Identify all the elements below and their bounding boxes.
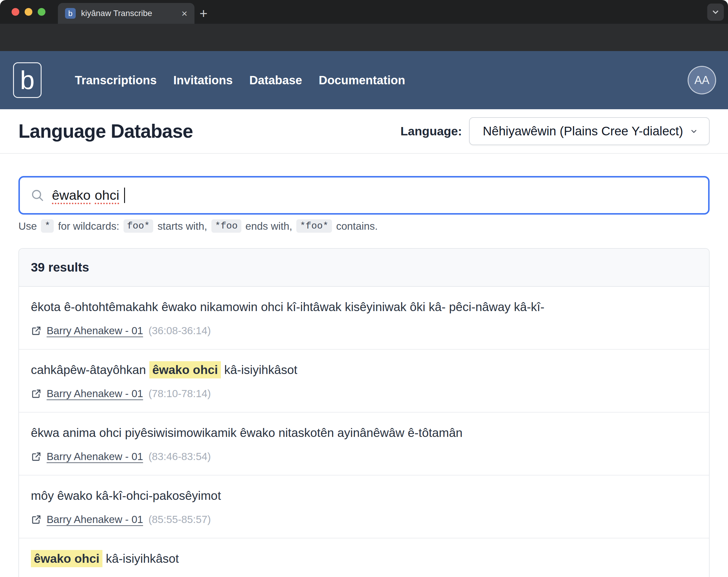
search-value: êwakoohci: [52, 188, 125, 203]
nav-item-database[interactable]: Database: [250, 74, 302, 87]
contains-code: *foo*: [296, 219, 332, 233]
language-label: Language:: [400, 124, 462, 138]
result-source-link[interactable]: Barry Ahenakew - 01: [47, 514, 143, 525]
ends-with-code: *foo: [211, 219, 241, 233]
result-text-segment: cahkâpêw-âtayôhkan: [31, 363, 149, 377]
app-logo[interactable]: b: [13, 62, 42, 98]
wildcard-star-code: *: [41, 219, 54, 233]
browser-tab-bar: b kiyânaw Transcribe × +: [0, 0, 728, 24]
result-text: êwako ohci kâ-isiyihkâsot: [31, 550, 697, 567]
select-chevron-icon: [689, 126, 699, 136]
result-meta: Barry Ahenakew - 01 (36:08-36:14): [31, 323, 697, 338]
highlighted-match: êwako ohci: [149, 361, 221, 378]
results-list: êkota ê-ohtohtêmakahk êwako nikamowin oh…: [19, 287, 709, 577]
result-text-segment: êkwa anima ohci piyêsiwisimowikamik êwak…: [31, 426, 463, 440]
new-tab-icon[interactable]: +: [200, 5, 208, 21]
result-text-segment: kâ-isiyihkâsot: [221, 363, 297, 377]
window-minimize-button[interactable]: [25, 8, 32, 16]
results-header: 39 results: [19, 249, 709, 287]
result-row: êkwa anima ohci piyêsiwisimowikamik êwak…: [19, 412, 709, 475]
hint-text: starts with,: [157, 220, 207, 232]
result-source-link[interactable]: Barry Ahenakew - 01: [47, 450, 143, 463]
result-meta: Barry Ahenakew - 01 (83:46-83:54): [31, 449, 697, 464]
chevron-down-icon: [711, 8, 720, 17]
text-caret: [124, 188, 125, 203]
result-timestamp: (78:10-78:14): [149, 388, 211, 399]
external-link-icon: [31, 515, 41, 525]
search-icon: [31, 188, 44, 202]
hint-text: Use: [19, 220, 37, 232]
search-input[interactable]: êwakoohci: [19, 176, 709, 215]
search-word: ohci: [95, 188, 119, 203]
external-link-icon: [31, 389, 41, 399]
user-avatar[interactable]: AA: [687, 66, 716, 95]
result-text-segment: êkota ê-ohtohtêmakahk êwako nikamowin oh…: [31, 300, 545, 314]
language-group: Language: Nêhiyawêwin (Plains Cree Y-dia…: [400, 117, 709, 145]
language-selected-value: Nêhiyawêwin (Plains Cree Y-dialect): [483, 124, 689, 138]
result-timestamp: (85:55-85:57): [149, 514, 211, 525]
site-favicon: b: [65, 8, 76, 19]
result-meta: Barry Ahenakew - 01 (78:12-78:14): [31, 575, 697, 577]
result-row: êkota ê-ohtohtêmakahk êwako nikamowin oh…: [19, 287, 709, 349]
page-title: Language Database: [19, 120, 193, 142]
hint-text: for wildcards:: [58, 220, 119, 232]
page-body: êwakoohci Use * for wildcards: foo* star…: [0, 154, 728, 577]
tab-close-icon[interactable]: ×: [181, 8, 187, 19]
nav-items: Transcriptions Invitations Database Docu…: [75, 51, 405, 109]
wildcard-hint: Use * for wildcards: foo* starts with, *…: [19, 219, 709, 233]
page-header: Language Database Language: Nêhiyawêwin …: [0, 109, 728, 154]
nav-item-transcriptions[interactable]: Transcriptions: [75, 74, 157, 87]
result-text-segment: môy êwako kâ-kî-ohci-pakosêyimot: [31, 489, 221, 502]
result-row: môy êwako kâ-kî-ohci-pakosêyimot Barry A…: [19, 475, 709, 538]
result-source-link[interactable]: Barry Ahenakew - 01: [47, 325, 143, 337]
highlighted-match: êwako ohci: [31, 550, 102, 567]
tab-search-button[interactable]: [707, 4, 724, 21]
result-text: êkota ê-ohtohtêmakahk êwako nikamowin oh…: [31, 298, 697, 315]
external-link-icon: [31, 325, 41, 336]
app-nav: b Transcriptions Invitations Database Do…: [0, 51, 728, 109]
browser-window: b kiyânaw Transcribe × + bundle.kiyanaw.…: [0, 0, 728, 577]
tab-title: kiyânaw Transcribe: [81, 8, 176, 18]
external-link-icon: [31, 451, 41, 462]
result-text: môy êwako kâ-kî-ohci-pakosêyimot: [31, 488, 697, 504]
result-timestamp: (83:46-83:54): [149, 450, 211, 463]
language-select[interactable]: Nêhiyawêwin (Plains Cree Y-dialect): [469, 117, 709, 145]
browser-toolbar: bundle.kiyanaw.net/database?q=êwako+ohci: [0, 24, 728, 51]
result-row: cahkâpêw-âtayôhkan êwako ohci kâ-isiyihk…: [19, 349, 709, 412]
search-word: êwako: [52, 188, 90, 203]
hint-text: contains.: [336, 220, 378, 232]
hint-text: ends with,: [245, 220, 292, 232]
nav-item-documentation[interactable]: Documentation: [319, 74, 405, 87]
result-text: cahkâpêw-âtayôhkan êwako ohci kâ-isiyihk…: [31, 362, 697, 378]
results-card: 39 results êkota ê-ohtohtêmakahk êwako n…: [19, 248, 709, 577]
result-meta: Barry Ahenakew - 01 (78:10-78:14): [31, 387, 697, 401]
result-text-segment: kâ-isiyihkâsot: [102, 552, 179, 566]
nav-item-invitations[interactable]: Invitations: [174, 74, 233, 87]
result-meta: Barry Ahenakew - 01 (85:55-85:57): [31, 512, 697, 527]
starts-with-code: foo*: [124, 219, 154, 233]
results-count: 39 results: [31, 260, 89, 274]
window-zoom-button[interactable]: [38, 8, 46, 16]
result-text: êkwa anima ohci piyêsiwisimowikamik êwak…: [31, 424, 697, 441]
result-timestamp: (36:08-36:14): [149, 325, 211, 337]
result-source-link[interactable]: Barry Ahenakew - 01: [47, 388, 143, 399]
browser-tab[interactable]: b kiyânaw Transcribe ×: [58, 3, 194, 24]
result-row: êwako ohci kâ-isiyihkâsot Barry Ahenakew…: [19, 538, 709, 577]
window-close-button[interactable]: [11, 8, 19, 16]
